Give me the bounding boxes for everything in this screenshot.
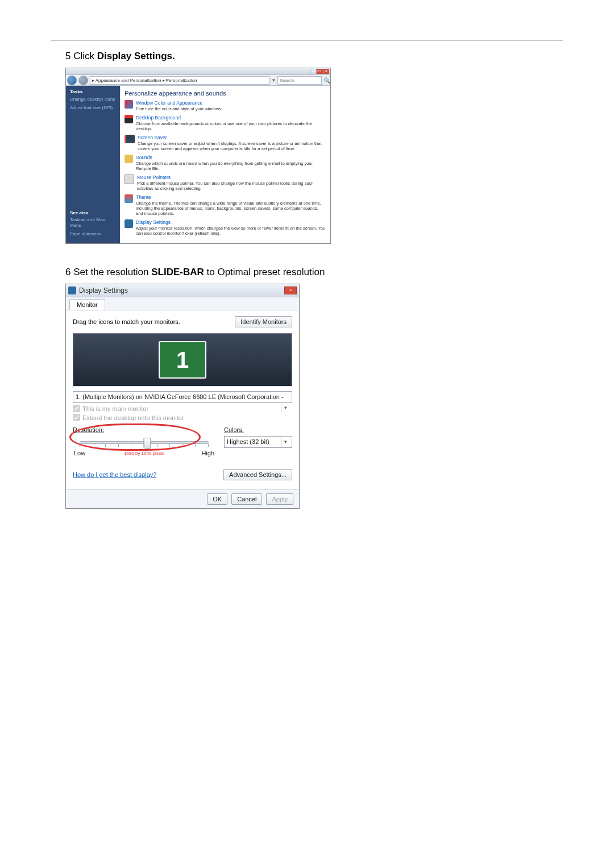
address-bar: ▸ Appearance and Personalization ▸ Perso… [66,75,330,86]
window-caption-buttons[interactable]: × [284,286,297,294]
ok-button[interactable]: OK [207,493,227,505]
link-window-color[interactable]: Window Color and Appearance [136,100,202,106]
pane-title: Personalize appearance and sounds [125,90,326,97]
nav-forward-icon[interactable] [78,76,88,85]
drag-instruction: Drag the icons to match your monitors. [73,318,180,325]
dialog-button-bar: OK Cancel Apply [66,489,299,508]
chk-main-monitor: This is my main monitor [73,405,281,412]
color-icon [125,100,133,109]
link-sounds[interactable]: Sounds [136,155,152,160]
left-nav: Tasks Change desktop icons Adjust font s… [66,86,120,243]
mouse-icon [125,175,134,184]
tab-monitor[interactable]: Monitor [69,299,105,310]
identify-monitors-button[interactable]: Identify Monitors [235,316,292,327]
resolution-slider[interactable] [73,436,215,448]
slider-high: High [201,450,214,456]
display-settings-window: Display Settings × Monitor Drag the icon… [65,284,300,509]
link-display-settings[interactable]: Display Settings [136,219,171,225]
link-theme[interactable]: Theme [136,194,151,200]
colors-dropdown[interactable]: Highest (32 bit) ▾ [224,436,292,448]
tab-row: Monitor [66,297,299,310]
left-link-taskbar[interactable]: Taskbar and Start Menu [70,217,117,229]
chevron-down-icon: ▾ [281,437,289,446]
slider-low: Low [74,450,85,456]
ds-title: Display Settings [79,286,128,294]
link-screen-saver[interactable]: Screen Saver [138,135,167,140]
window-titlebar: –▭× [66,68,330,75]
see-also-header: See also [70,210,117,215]
sounds-icon [125,155,133,163]
monitor-1[interactable]: 1 [159,341,206,379]
monitor-dropdown[interactable]: 1. (Multiple Monitors) on NVIDIA GeForce… [73,391,292,403]
tasks-header: Tasks [70,89,117,94]
cancel-button[interactable]: Cancel [231,493,262,505]
help-link[interactable]: How do I get the best display? [73,471,156,478]
personalization-pane: Personalize appearance and sounds Window… [120,86,330,243]
display-icon [68,286,76,294]
nav-back-icon[interactable] [67,76,77,85]
window-caption-buttons[interactable]: –▭× [310,69,329,74]
chk-extend-desktop: Extend the desktop onto this monitor [73,414,292,421]
breadcrumb[interactable]: ▸ Appearance and Personalization ▸ Perso… [90,76,269,85]
personalization-window: –▭× ▸ Appearance and Personalization ▸ P… [65,68,331,244]
advanced-settings-button[interactable]: Advanced Settings... [223,469,292,480]
screensaver-icon [125,135,135,143]
left-link-desktop-icons[interactable]: Change desktop icons [70,97,117,102]
search-input[interactable]: Search [277,76,322,85]
link-mouse-pointers[interactable]: Mouse Pointers [137,175,171,180]
ds-titlebar: Display Settings × [66,284,299,297]
step-6-text: 6 Set the resolution SLIDE-BAR to Optima… [65,267,563,278]
display-icon [125,219,133,228]
left-link-ease-of-access[interactable]: Ease of Access [70,231,117,237]
annotation-resolution-text: 1680 by 1050 pixels [124,451,164,456]
step-5-text: 5 Click Display Settings. [65,51,563,62]
theme-icon [125,194,133,203]
apply-button: Apply [266,493,293,505]
colors-label: Colors: [224,426,244,433]
left-link-font-size[interactable]: Adjust font size (DPI) [70,105,117,111]
monitor-preview[interactable]: 1 [73,333,292,387]
chevron-down-icon: ▾ [281,402,289,412]
link-desktop-background[interactable]: Desktop Background [136,115,181,121]
resolution-label: Resolution: [73,426,104,433]
background-icon [125,115,133,123]
